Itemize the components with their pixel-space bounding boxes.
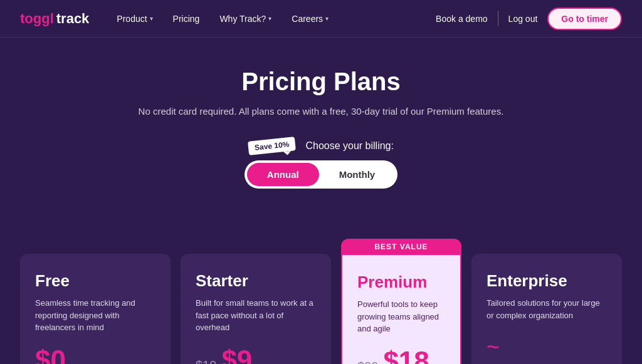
book-demo-link[interactable]: Book a demo xyxy=(436,14,488,24)
nav-product[interactable]: Product ▾ xyxy=(109,9,160,29)
free-plan-title: Free xyxy=(35,271,155,291)
enterprise-plan-description: Tailored solutions for your large or com… xyxy=(487,297,607,321)
cards-container: Free Seamless time tracking and reportin… xyxy=(20,239,622,364)
billing-label: Choose your billing: xyxy=(305,140,394,152)
chevron-down-icon: ▾ xyxy=(150,15,153,22)
save-badge-wrapper: Save 10% xyxy=(248,139,295,153)
nav-right: Book a demo Log out Go to timer xyxy=(436,8,622,30)
hero-section: Pricing Plans No credit card required. A… xyxy=(0,38,642,239)
premium-plan-wrapper: BEST VALUE Premium Powerful tools to kee… xyxy=(341,239,461,364)
billing-toggle: Annual Monthly xyxy=(245,160,397,189)
pricing-section: Free Seamless time tracking and reportin… xyxy=(0,239,642,364)
monthly-toggle-button[interactable]: Monthly xyxy=(319,163,396,186)
enterprise-plan-card: Enterprise Tailored solutions for your l… xyxy=(471,254,622,364)
starter-price-block: $10 $9 xyxy=(196,346,316,365)
free-price: $0 xyxy=(35,346,66,365)
premium-plan-description: Powerful tools to keep growing teams ali… xyxy=(357,298,445,335)
premium-plan-card: Premium Powerful tools to keep growing t… xyxy=(341,255,461,364)
starter-price: $9 xyxy=(221,346,252,365)
page-title: Pricing Plans xyxy=(15,68,627,96)
enterprise-price: ~ xyxy=(487,334,607,360)
hero-subtitle: No credit card required. All plans come … xyxy=(15,106,627,117)
nav-pricing[interactable]: Pricing xyxy=(166,9,208,29)
premium-plan-title: Premium xyxy=(357,273,445,292)
chevron-down-icon: ▾ xyxy=(325,15,329,22)
starter-price-original: $10 xyxy=(196,358,216,365)
nav-careers[interactable]: Careers ▾ xyxy=(284,9,336,29)
nav-divider xyxy=(498,11,498,26)
logo-toggl: toggl xyxy=(20,11,54,27)
logout-link[interactable]: Log out xyxy=(508,14,538,24)
logo[interactable]: toggl track xyxy=(20,11,89,27)
billing-section: Save 10% Choose your billing: Annual Mon… xyxy=(15,139,627,189)
free-plan-card: Free Seamless time tracking and reportin… xyxy=(20,254,171,364)
starter-plan-description: Built for small teams to work at a fast … xyxy=(196,297,316,334)
navbar: toggl track Product ▾ Pricing Why Track?… xyxy=(0,0,642,38)
save-badge: Save 10% xyxy=(248,137,296,155)
annual-toggle-button[interactable]: Annual xyxy=(247,163,319,186)
logo-track: track xyxy=(56,11,90,27)
free-plan-description: Seamless time tracking and reporting des… xyxy=(35,297,155,334)
nav-links: Product ▾ Pricing Why Track? ▾ Careers ▾ xyxy=(109,9,436,29)
premium-price-original: $20 xyxy=(357,360,378,365)
premium-price: $18 xyxy=(383,348,429,365)
best-value-badge: BEST VALUE xyxy=(341,239,461,255)
enterprise-plan-title: Enterprise xyxy=(487,271,607,291)
billing-row: Save 10% Choose your billing: xyxy=(248,139,394,153)
chevron-down-icon: ▾ xyxy=(268,15,271,22)
premium-price-block: $20 $18 xyxy=(357,348,445,365)
go-to-timer-button[interactable]: Go to timer xyxy=(547,8,622,30)
starter-plan-title: Starter xyxy=(196,271,316,291)
starter-plan-card: Starter Built for small teams to work at… xyxy=(181,254,331,364)
nav-why-track[interactable]: Why Track? ▾ xyxy=(212,9,279,29)
free-price-block: $0 xyxy=(35,346,155,365)
